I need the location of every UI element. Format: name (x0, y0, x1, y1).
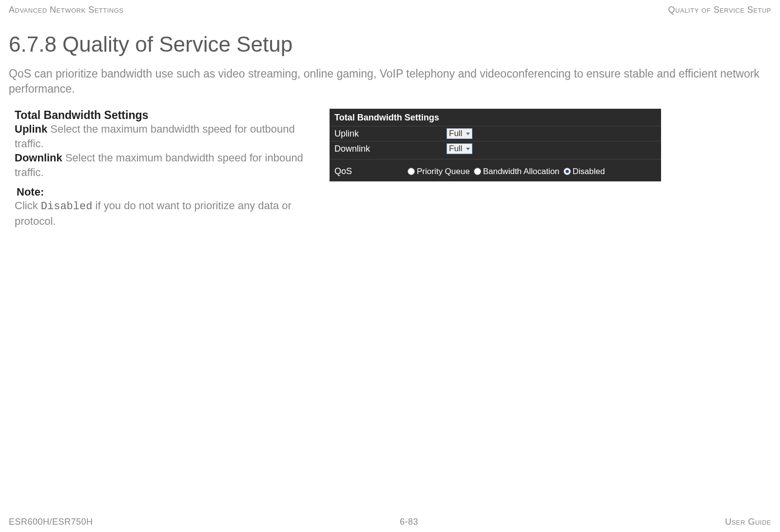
uplink-select-value: Full (449, 129, 462, 138)
radio-disabled[interactable]: Disabled (564, 167, 605, 177)
uplink-label: Uplink (334, 129, 447, 139)
uplink-select[interactable]: Full (447, 128, 472, 139)
footer-center: 6-83 (400, 517, 418, 527)
header-right: Quality of Service Setup (668, 5, 771, 15)
definitions-heading: Total Bandwidth Settings (15, 109, 321, 122)
section-title: 6.7.8 Quality of Service Setup (9, 32, 771, 57)
description-column: Total Bandwidth Settings Uplink Select t… (9, 109, 321, 228)
uplink-term: Uplink (15, 123, 47, 135)
radio-priority-queue[interactable]: Priority Queue (408, 167, 470, 177)
ui-screenshot: Total Bandwidth Settings Uplink Full Dow… (330, 109, 661, 228)
note-label: Note: (15, 186, 321, 198)
panel-title: Total Bandwidth Settings (330, 109, 661, 126)
radio-icon (564, 168, 571, 175)
uplink-description: Select the maximum bandwidth speed for o… (15, 123, 295, 150)
note-mono: Disabled (41, 200, 93, 213)
radio-icon (474, 168, 481, 175)
footer-right: User Guide (725, 517, 771, 527)
downlink-select[interactable]: Full (447, 143, 472, 154)
footer-left: ESR600H/ESR750H (9, 517, 93, 527)
chevron-down-icon (466, 133, 470, 135)
radio-priority-label: Priority Queue (417, 167, 470, 177)
radio-disabled-label: Disabled (573, 167, 605, 177)
intro-paragraph: QoS can prioritize bandwidth use such as… (9, 66, 771, 97)
chevron-down-icon (466, 148, 470, 150)
radio-bandwidth-label: Bandwidth Allocation (483, 167, 560, 177)
downlink-select-value: Full (449, 144, 462, 154)
downlink-label: Downlink (334, 144, 447, 154)
note-text: Click Disabled if you do not want to pri… (15, 198, 321, 228)
qos-label: QoS (334, 166, 408, 177)
radio-icon (408, 168, 415, 175)
header-left: Advanced Network Settings (9, 5, 124, 15)
note-pre: Click (15, 199, 41, 212)
downlink-term: Downlink (15, 152, 62, 164)
radio-bandwidth-allocation[interactable]: Bandwidth Allocation (474, 167, 560, 177)
